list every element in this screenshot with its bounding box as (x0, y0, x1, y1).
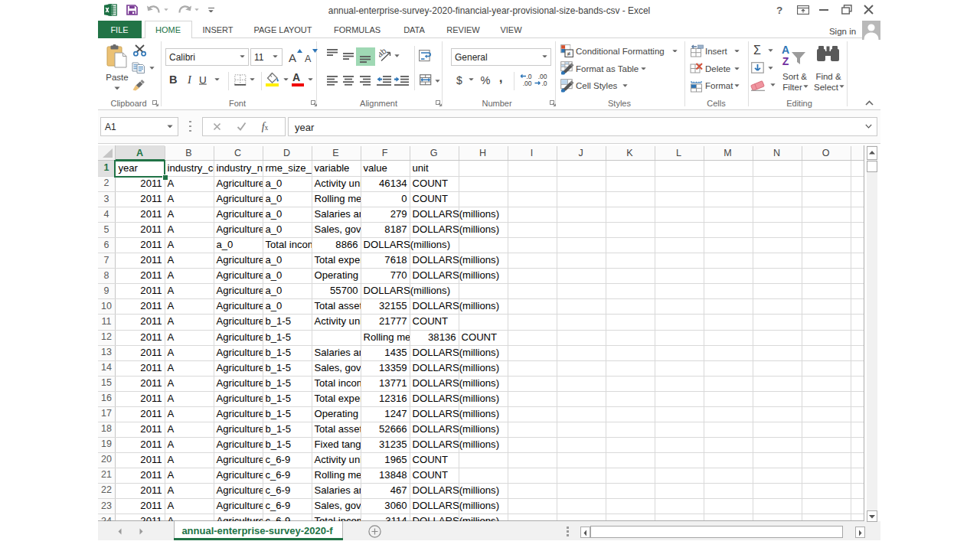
svg-text:Z: Z (782, 55, 789, 67)
svg-text:ab: ab (379, 48, 388, 59)
svg-text:.00: .00 (523, 80, 532, 86)
svg-text:.0: .0 (541, 80, 547, 86)
svg-text:A: A (782, 44, 789, 56)
svg-text:≠: ≠ (567, 50, 571, 57)
